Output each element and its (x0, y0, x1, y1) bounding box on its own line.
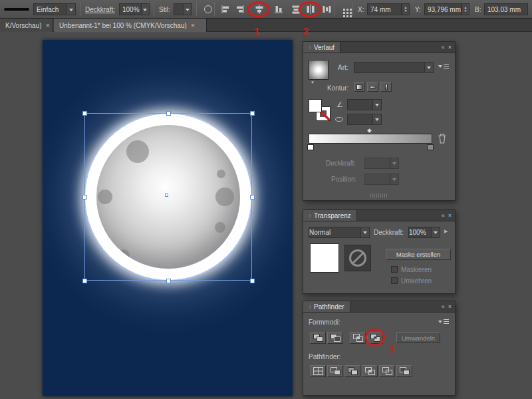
maskieren-checkbox[interactable] (391, 266, 398, 273)
selection-handle[interactable] (250, 279, 255, 283)
x-field[interactable]: 74 mm (367, 3, 402, 15)
document-setup-icon[interactable] (202, 4, 214, 15)
gradient-swatch-arrow-icon[interactable]: ▼ (311, 80, 315, 84)
outline-icon (382, 367, 392, 375)
gradient-midpoint-marker[interactable] (366, 128, 373, 134)
distribute-right-button[interactable] (321, 4, 332, 15)
deckkraft-link[interactable]: Deckkraft: (85, 6, 115, 13)
gradient-aspect-field[interactable] (347, 114, 382, 125)
opacity-field[interactable]: 100% (408, 227, 440, 238)
panel-toggle-icon[interactable]: ↕ (309, 213, 311, 219)
intersect-button[interactable] (350, 332, 366, 344)
gradient-within-stroke-button[interactable] (354, 82, 365, 92)
minus-front-button[interactable] (327, 332, 343, 344)
panel-header-icons: « × (442, 301, 455, 312)
umwandeln-button[interactable]: Umwandeln (396, 332, 440, 343)
no-mask-icon (349, 249, 366, 267)
crop-button[interactable] (362, 365, 378, 377)
step-down-icon[interactable]: ▼ (464, 9, 467, 13)
stil-dropdown[interactable] (174, 3, 192, 15)
b-field[interactable]: 103.03 mm (484, 3, 528, 15)
collapse-panel-icon[interactable]: « (442, 212, 445, 219)
panel-toggle-icon[interactable]: ↕ (309, 45, 311, 51)
artboard-canvas[interactable] (43, 40, 293, 396)
merge-button[interactable] (344, 365, 360, 377)
transform-reference-button[interactable] (338, 4, 350, 15)
align-bottom-button[interactable] (273, 4, 285, 15)
selection-center-point[interactable] (165, 194, 168, 197)
gradient-stop-right[interactable] (427, 144, 434, 150)
selection-handle[interactable] (166, 279, 171, 283)
gradient-slider-bar[interactable] (309, 134, 432, 144)
deckkraft-value: 100% (120, 6, 141, 13)
chevron-down-icon[interactable] (424, 63, 433, 72)
selection-handle[interactable] (82, 279, 87, 283)
blend-mode-dropdown[interactable]: Normal (309, 227, 370, 238)
close-tab-icon[interactable]: × (191, 21, 195, 29)
pathfinder-panel: ↕ Pathfinder « × Formmodi: Umwandeln Pat… (303, 301, 456, 396)
close-panel-icon[interactable]: × (448, 44, 452, 51)
align-left-button[interactable] (219, 4, 231, 15)
maske-erstellen-button[interactable]: Maske erstellen (386, 249, 451, 260)
chevron-down-icon[interactable] (372, 100, 381, 110)
gradient-angle-field[interactable] (347, 99, 382, 110)
delete-stop-button[interactable] (438, 134, 447, 146)
selection-handle[interactable] (250, 111, 255, 116)
panel-menu-icon[interactable] (438, 62, 450, 70)
gradient-stop-left[interactable] (307, 144, 314, 150)
gradient-along-stroke-button[interactable] (367, 82, 378, 92)
panel-tab-pathfinder[interactable]: ↕ Pathfinder (303, 301, 350, 312)
gradient-panel: ↕ Verlauf « × ▼ Art: Kontur: (303, 41, 456, 201)
gradient-type-dropdown[interactable] (354, 62, 434, 73)
panel-resize-grip[interactable] (370, 194, 388, 198)
chevron-down-icon[interactable] (360, 227, 369, 237)
fill-proxy[interactable] (309, 99, 322, 112)
close-panel-icon[interactable]: × (448, 212, 452, 219)
panel-options-arrow-icon[interactable]: ▶ (444, 229, 448, 234)
fill-stroke-proxy[interactable] (309, 99, 331, 122)
collapse-panel-icon[interactable]: « (442, 44, 445, 51)
align-right-button[interactable] (234, 4, 246, 15)
minus-back-button[interactable] (396, 365, 412, 377)
step-down-icon[interactable]: ▼ (404, 9, 408, 13)
panel-tab-verlauf[interactable]: ↕ Verlauf (303, 42, 340, 53)
close-panel-icon[interactable]: × (448, 303, 452, 310)
chevron-down-icon[interactable] (66, 4, 75, 15)
unite-button[interactable] (310, 332, 326, 344)
kontur-label: Kontur: (327, 84, 348, 92)
selection-handle[interactable] (82, 195, 87, 200)
panel-menu-icon[interactable] (438, 317, 450, 326)
x-stepper[interactable]: ▲ ▼ (402, 3, 410, 15)
panel-tab-transparenz[interactable]: ↕ Transparenz (303, 210, 357, 221)
angle-icon: ∠ (336, 100, 343, 109)
y-stepper[interactable]: ▲ ▼ (462, 3, 469, 15)
umkehren-checkbox[interactable] (391, 277, 398, 284)
stroke-profile-dropdown[interactable]: Einfach (33, 3, 76, 15)
panel-toggle-icon[interactable]: ↕ (309, 304, 311, 310)
mask-thumbnail[interactable] (344, 245, 371, 271)
selection-handle[interactable] (250, 195, 255, 200)
trim-button[interactable] (327, 365, 343, 377)
divide-button[interactable] (310, 365, 326, 377)
gradient-across-stroke-button[interactable] (380, 82, 392, 92)
document-tab-1[interactable]: K/Vorschau) × (0, 19, 53, 32)
collapse-panel-icon[interactable]: « (442, 303, 445, 310)
document-tab-2[interactable]: Unbenannt-1* bei 100 % (CMYK/Vorschau) × (54, 19, 207, 32)
align-bottom-icon (273, 4, 284, 15)
x-value: 74 mm (368, 6, 394, 13)
chevron-down-icon[interactable] (183, 4, 192, 15)
tab-label: K/Vorschau) (5, 22, 41, 29)
outline-button[interactable] (379, 365, 395, 377)
y-field[interactable]: 93,796 mm (424, 3, 462, 15)
gradient-swatch-thumbnail[interactable] (309, 60, 329, 80)
gradient-deckkraft-label: Deckkraft: (326, 160, 356, 167)
deckkraft-field[interactable]: 100% (119, 3, 150, 15)
selection-handle[interactable] (166, 111, 171, 116)
chevron-down-icon[interactable] (431, 227, 440, 237)
object-thumbnail[interactable] (310, 243, 339, 273)
chevron-down-icon[interactable] (141, 4, 149, 15)
chevron-down-icon (390, 158, 398, 168)
selection-handle[interactable] (82, 111, 87, 116)
chevron-down-icon[interactable] (372, 114, 381, 124)
close-tab-icon[interactable]: × (45, 21, 49, 29)
